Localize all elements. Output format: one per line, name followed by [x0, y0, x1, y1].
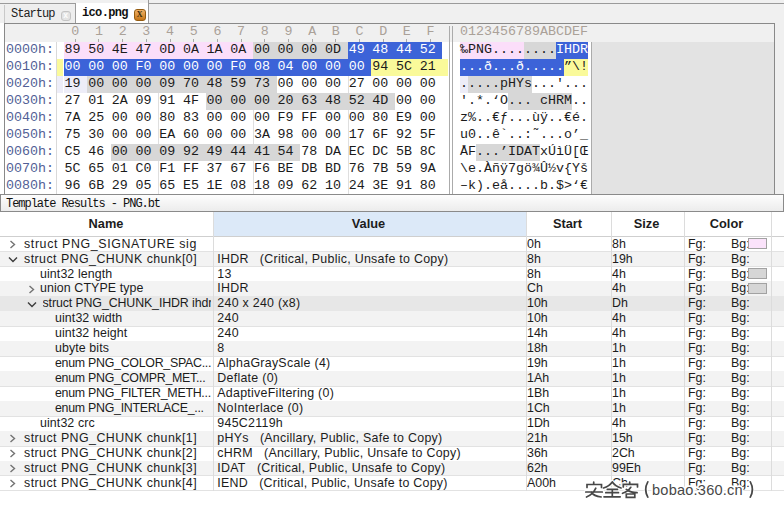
svg-text:bobao.360.cn: bobao.360.cn	[652, 482, 743, 498]
